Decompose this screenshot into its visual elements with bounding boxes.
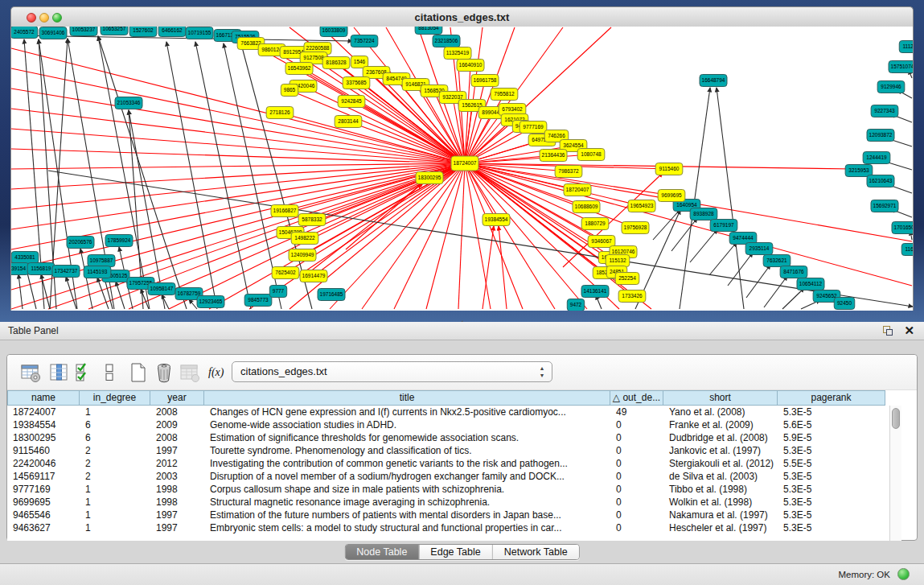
close-panel-icon[interactable]: ✕ [904, 324, 914, 337]
graph-edge[interactable] [465, 163, 491, 309]
column-header-year[interactable]: year [150, 390, 204, 406]
graph-node[interactable]: 92450 [834, 298, 855, 310]
graph-edge[interactable] [465, 65, 470, 163]
row-options-icon[interactable] [104, 362, 115, 383]
table-row[interactable]: 946554611997Estimation of the future num… [7, 509, 889, 521]
graph-node[interactable]: 18720407 [564, 184, 591, 196]
tab-network-table[interactable]: Network Table [492, 545, 579, 559]
graph-edge[interactable] [11, 109, 465, 163]
graph-node[interactable]: 5878332 [298, 214, 326, 226]
graph-node[interactable]: 16033809 [320, 27, 347, 37]
graph-node[interactable]: 10053237 [70, 27, 97, 36]
select-all-icon[interactable] [75, 362, 92, 383]
graph-edge[interactable] [11, 163, 465, 169]
table-row[interactable]: 1938455462009Genome-wide association stu… [7, 418, 889, 431]
graph-node[interactable]: 1733426 [618, 290, 646, 303]
graph-node[interactable]: 1080748 [577, 149, 605, 161]
graph-edge[interactable] [782, 288, 804, 309]
graph-edge[interactable] [280, 113, 465, 163]
graph-node[interactable]: 19384554 [483, 214, 510, 226]
tab-node-table[interactable]: Node Table [345, 545, 418, 559]
graph-edge[interactable] [465, 163, 912, 286]
graph-node[interactable]: 9115460 [655, 163, 683, 175]
graph-node[interactable]: 10975887 [88, 255, 115, 267]
graph-node[interactable]: 16640910 [457, 60, 484, 72]
column-header-pagerank[interactable]: pagerank [778, 390, 885, 406]
graph-edge[interactable] [465, 80, 485, 163]
graph-node[interactable]: 6466162 [158, 27, 186, 37]
graph-node[interactable]: 4335081 [11, 252, 39, 264]
graph-node[interactable]: 2803144 [335, 116, 362, 128]
graph-node[interactable]: 18300295 [416, 172, 443, 184]
network-canvas[interactable]: 2405572306914061005323710653257152760264… [10, 27, 914, 311]
function-builder-icon[interactable]: f(x) [208, 362, 229, 383]
float-panel-icon[interactable] [883, 326, 893, 336]
graph-node[interactable]: 10654112 [797, 278, 824, 290]
table-row[interactable]: 1456911722003Disruption of a novel membe… [7, 470, 889, 483]
graph-node[interactable]: 19716485 [318, 289, 345, 301]
column-header-short[interactable]: short [663, 390, 778, 406]
graph-node[interactable]: 30691406 [39, 27, 67, 39]
graph-node[interactable]: 9865 [281, 84, 298, 97]
graph-edge[interactable] [764, 276, 787, 307]
graph-node[interactable]: 16648794 [700, 75, 727, 87]
graph-hub-node[interactable]: 18724007 [451, 156, 478, 171]
graph-node[interactable]: 9777 [269, 286, 286, 298]
graph-node[interactable]: 16210643 [867, 175, 894, 187]
vertical-scrollbar[interactable] [889, 406, 901, 541]
column-header-title[interactable]: title [204, 390, 610, 406]
graph-node[interactable]: 17859924 [105, 235, 133, 247]
table-row[interactable]: 946362711997Embryonic stem cells: a mode… [7, 521, 889, 534]
graph-node[interactable]: 23218506 [433, 35, 460, 47]
column-header-in_degree[interactable]: in_degree [80, 390, 150, 406]
graph-edge[interactable] [285, 163, 465, 211]
graph-node[interactable]: 19166827 [271, 205, 298, 217]
table-selector-dropdown[interactable]: citations_edges.txt ▲▼ [232, 361, 552, 382]
table-row[interactable]: 977716911998Corpus callosum shape and si… [7, 483, 889, 496]
delete-table-icon[interactable] [154, 362, 175, 383]
graph-node[interactable]: 115132 [606, 255, 630, 267]
graph-node[interactable]: 1156819 [27, 263, 55, 275]
graph-node[interactable]: 7955812 [491, 89, 518, 101]
table-settings-icon[interactable] [20, 362, 41, 383]
new-table-icon[interactable] [128, 362, 149, 383]
graph-edge[interactable] [11, 149, 465, 163]
show-columns-icon[interactable] [49, 362, 70, 383]
graph-edge[interactable] [189, 299, 197, 309]
graph-edge[interactable] [465, 163, 523, 309]
graph-node[interactable]: 9129946 [877, 81, 905, 93]
graph-node[interactable]: 9242845 [338, 96, 365, 108]
graph-node[interactable]: 9699695 [658, 190, 685, 202]
graph-node[interactable]: 11125 [899, 41, 914, 53]
graph-edge[interactable] [162, 295, 169, 309]
graph-node[interactable]: 8813054 [415, 27, 442, 35]
graph-edge[interactable] [18, 274, 23, 309]
memory-status-indicator[interactable] [897, 568, 910, 580]
column-header-out_de[interactable]: △ out_de... [610, 390, 663, 406]
graph-node[interactable]: 16961758 [471, 75, 499, 87]
graph-edge[interactable] [11, 163, 465, 270]
graph-node[interactable]: 10958147 [148, 283, 175, 295]
graph-node[interactable]: 8471676 [780, 266, 807, 278]
graph-node[interactable]: 16914479 [300, 270, 327, 282]
graph-node[interactable]: 1145193 [84, 266, 111, 278]
graph-edge[interactable] [690, 229, 717, 262]
graph-node[interactable]: 39154 [11, 263, 29, 275]
graph-node[interactable]: 17016504 [892, 222, 914, 234]
graph-node[interactable]: 116753 [901, 244, 914, 256]
graph-node[interactable]: 11325419 [444, 47, 471, 60]
tab-edge-table[interactable]: Edge Table [418, 545, 491, 559]
graph-node[interactable]: 10653257 [101, 27, 128, 35]
table-row[interactable]: 1872400712008Changes of HCN gene express… [7, 406, 889, 418]
scrollbar-thumb[interactable] [892, 408, 900, 429]
graph-edge[interactable] [299, 68, 465, 163]
graph-node[interactable]: 7632621 [763, 255, 791, 267]
graph-node[interactable]: 3375685 [343, 77, 370, 89]
network-window-titlebar[interactable]: citations_edges.txt [10, 6, 914, 27]
graph-node[interactable]: 21053346 [115, 97, 142, 109]
graph-node[interactable]: 7986372 [555, 166, 582, 178]
graph-node[interactable]: 12923465 [197, 296, 224, 308]
table-row[interactable]: 2242004622012Investigating the contribut… [7, 457, 889, 470]
graph-node[interactable]: 8938928 [690, 208, 717, 220]
graph-node[interactable]: 9227343 [871, 105, 898, 117]
